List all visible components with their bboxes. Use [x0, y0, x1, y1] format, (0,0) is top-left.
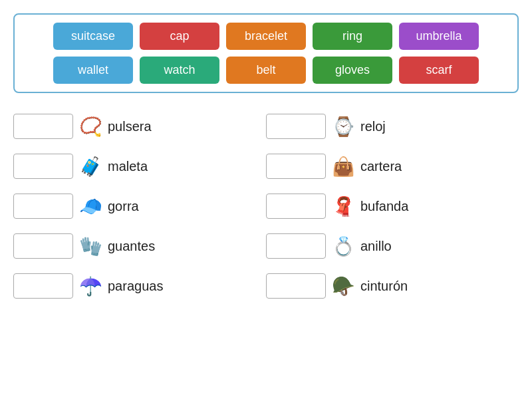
item-label: anillo: [360, 239, 392, 254]
answer-box[interactable]: [266, 194, 326, 219]
left-column: 📿pulsera🧳maleta🧢gorra🧤guantes☂️paraguas: [13, 109, 266, 303]
right-match-row: 💍anillo: [266, 229, 519, 263]
word-chip-umbrella[interactable]: umbrella: [399, 23, 479, 50]
answer-box[interactable]: [266, 273, 326, 299]
answer-box[interactable]: [13, 273, 73, 299]
item-label: bufanda: [360, 199, 408, 214]
item-label: cartera: [360, 159, 402, 174]
answer-box[interactable]: [13, 154, 73, 179]
item-label: gorra: [108, 199, 139, 214]
answer-box[interactable]: [13, 114, 73, 139]
right-match-row: 🧣bufanda: [266, 189, 519, 223]
item-label: guantes: [108, 239, 155, 254]
match-area: 📿pulsera🧳maleta🧢gorra🧤guantes☂️paraguas …: [13, 109, 519, 303]
right-match-row: ⌚reloj: [266, 109, 519, 144]
item-label: pulsera: [108, 119, 152, 134]
word-chip-ring[interactable]: ring: [313, 23, 392, 50]
item-icon: 🧳: [77, 153, 104, 180]
word-bank-row-2: walletwatchbeltglovesscarf: [25, 57, 507, 84]
word-chip-gloves[interactable]: gloves: [313, 57, 392, 84]
item-icon: 🧣: [330, 193, 356, 219]
item-icon: 🪖: [330, 273, 356, 299]
item-icon: 💍: [330, 233, 356, 259]
item-icon: 🧢: [77, 193, 104, 219]
item-icon: ☂️: [77, 273, 104, 299]
left-match-row: 🧢gorra: [13, 189, 266, 223]
word-chip-bracelet[interactable]: bracelet: [226, 23, 306, 50]
left-match-row: 📿pulsera: [13, 109, 266, 144]
answer-box[interactable]: [266, 114, 326, 139]
right-column: ⌚reloj👜cartera🧣bufanda💍anillo🪖cinturón: [266, 109, 519, 303]
word-bank: suitcasecapbraceletringumbrella walletwa…: [13, 13, 519, 93]
word-bank-row-1: suitcasecapbraceletringumbrella: [25, 23, 507, 50]
item-label: cinturón: [360, 279, 408, 294]
left-match-row: 🧳maleta: [13, 149, 266, 184]
item-label: maleta: [108, 159, 148, 174]
word-chip-suitcase[interactable]: suitcase: [53, 23, 133, 50]
word-chip-belt[interactable]: belt: [226, 57, 306, 84]
item-icon: 📿: [77, 113, 104, 140]
answer-box[interactable]: [266, 233, 326, 259]
item-icon: 🧤: [77, 233, 104, 259]
word-chip-watch[interactable]: watch: [140, 57, 219, 84]
word-chip-wallet[interactable]: wallet: [53, 57, 133, 84]
item-label: paraguas: [108, 279, 163, 294]
answer-box[interactable]: [266, 154, 326, 179]
word-chip-scarf[interactable]: scarf: [399, 57, 479, 84]
answer-box[interactable]: [13, 194, 73, 219]
item-icon: ⌚: [330, 113, 356, 140]
right-match-row: 👜cartera: [266, 149, 519, 184]
left-match-row: 🧤guantes: [13, 229, 266, 263]
right-match-row: 🪖cinturón: [266, 269, 519, 303]
item-icon: 👜: [330, 153, 356, 180]
answer-box[interactable]: [13, 233, 73, 259]
item-label: reloj: [360, 119, 386, 134]
left-match-row: ☂️paraguas: [13, 269, 266, 303]
word-chip-cap[interactable]: cap: [140, 23, 219, 50]
